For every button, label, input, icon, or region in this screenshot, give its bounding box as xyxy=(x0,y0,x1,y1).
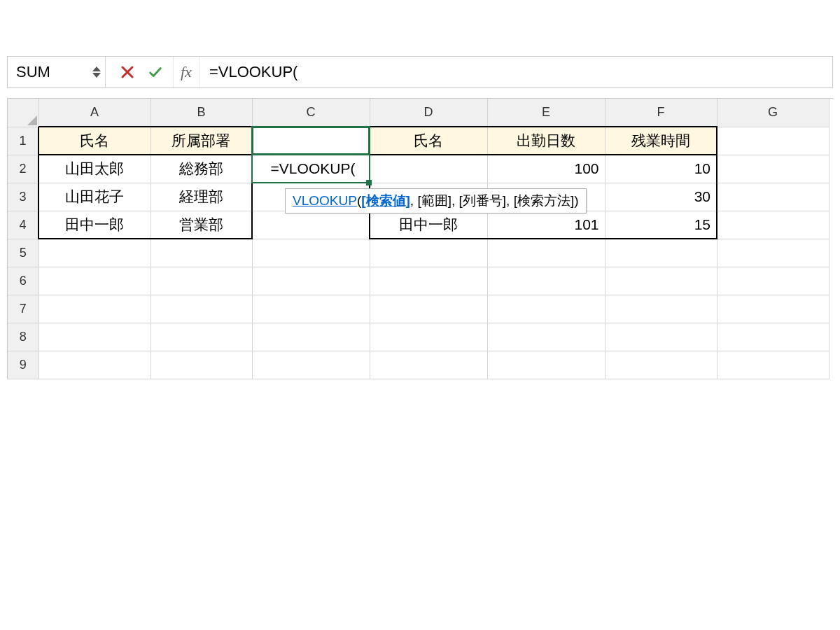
row-header-2[interactable]: 2 xyxy=(8,155,38,183)
row-header-3[interactable]: 3 xyxy=(8,183,38,211)
confirm-button[interactable] xyxy=(148,64,163,80)
tooltip-close: ) xyxy=(574,193,578,208)
name-box[interactable]: SUM xyxy=(8,57,106,88)
cell-G2[interactable] xyxy=(717,155,829,183)
cell-G3[interactable] xyxy=(717,183,829,211)
cell-G9[interactable] xyxy=(717,351,829,379)
cell-E7[interactable] xyxy=(487,295,605,323)
cell-C8[interactable] xyxy=(252,323,370,351)
cell-B9[interactable] xyxy=(150,351,252,379)
cell-D4[interactable]: 田中一郎 xyxy=(370,211,487,239)
cell-B7[interactable] xyxy=(150,295,252,323)
tooltip-arg-2[interactable]: [範囲] xyxy=(417,193,451,208)
cell-B3[interactable]: 経理部 xyxy=(150,183,252,211)
cell-C5[interactable] xyxy=(252,239,370,267)
col-header-F[interactable]: F xyxy=(605,99,717,127)
col-header-E[interactable]: E xyxy=(487,99,605,127)
row-header-6[interactable]: 6 xyxy=(8,267,38,295)
cell-B5[interactable] xyxy=(150,239,252,267)
cell-F4[interactable]: 15 xyxy=(605,211,717,239)
cell-A8[interactable] xyxy=(38,323,150,351)
cell-G7[interactable] xyxy=(717,295,829,323)
cell-B2[interactable]: 総務部 xyxy=(150,155,252,183)
cell-F9[interactable] xyxy=(605,351,717,379)
row-header-9[interactable]: 9 xyxy=(8,351,38,379)
cell-D9[interactable] xyxy=(370,351,487,379)
row-header-7[interactable]: 7 xyxy=(8,295,38,323)
cell-D7[interactable] xyxy=(370,295,487,323)
cell-D8[interactable] xyxy=(370,323,487,351)
cell-C1[interactable] xyxy=(252,127,370,155)
cell-B1[interactable]: 所属部署 xyxy=(150,127,252,155)
fill-handle[interactable] xyxy=(366,180,372,186)
cell-G8[interactable] xyxy=(717,323,829,351)
cell-A9[interactable] xyxy=(38,351,150,379)
cell-D6[interactable] xyxy=(370,267,487,295)
cancel-button[interactable] xyxy=(120,64,135,80)
tooltip-arg-4[interactable]: [検索方法] xyxy=(514,193,575,208)
name-box-value: SUM xyxy=(16,63,50,81)
cell-A6[interactable] xyxy=(38,267,150,295)
cell-G6[interactable] xyxy=(717,267,829,295)
cell-B6[interactable] xyxy=(150,267,252,295)
tooltip-arg-1[interactable]: [検索値] xyxy=(361,193,410,208)
tooltip-arg-3[interactable]: [列番号] xyxy=(459,193,507,208)
cell-E2[interactable]: 100 xyxy=(487,155,605,183)
cell-G4[interactable] xyxy=(717,211,829,239)
function-tooltip: VLOOKUP([検索値], [範囲], [列番号], [検索方法]) xyxy=(285,188,587,214)
cell-C2[interactable]: =VLOOKUP( xyxy=(252,155,370,183)
cell-F6[interactable] xyxy=(605,267,717,295)
formula-bar: SUM fx =VLOOKUP( xyxy=(7,56,833,88)
cell-G1[interactable] xyxy=(717,127,829,155)
cell-E6[interactable] xyxy=(487,267,605,295)
cell-F3[interactable]: 30 xyxy=(605,183,717,211)
cell-F5[interactable] xyxy=(605,239,717,267)
cell-D5[interactable] xyxy=(370,239,487,267)
check-icon xyxy=(148,64,163,80)
col-header-B[interactable]: B xyxy=(150,99,252,127)
cell-E4[interactable]: 101 xyxy=(487,211,605,239)
row-header-1[interactable]: 1 xyxy=(8,127,38,155)
editing-text: =VLOOKUP( xyxy=(271,160,356,176)
cell-C6[interactable] xyxy=(252,267,370,295)
col-header-A[interactable]: A xyxy=(38,99,150,127)
cell-E8[interactable] xyxy=(487,323,605,351)
col-header-C[interactable]: C xyxy=(252,99,370,127)
grid-table: A B C D E F G 1 氏名 所属部署 氏名 出勤日数 残業時間 xyxy=(8,99,830,379)
cell-F8[interactable] xyxy=(605,323,717,351)
x-icon xyxy=(120,65,134,79)
cell-B8[interactable] xyxy=(150,323,252,351)
col-header-D[interactable]: D xyxy=(370,99,487,127)
cell-E9[interactable] xyxy=(487,351,605,379)
row-header-5[interactable]: 5 xyxy=(8,239,38,267)
tooltip-fn-name[interactable]: VLOOKUP xyxy=(293,193,357,208)
chevron-down-icon xyxy=(92,73,101,78)
cell-G5[interactable] xyxy=(717,239,829,267)
cell-C7[interactable] xyxy=(252,295,370,323)
cell-F1[interactable]: 残業時間 xyxy=(605,127,717,155)
cell-A7[interactable] xyxy=(38,295,150,323)
cell-A3[interactable]: 山田花子 xyxy=(38,183,150,211)
row-header-4[interactable]: 4 xyxy=(8,211,38,239)
cell-C9[interactable] xyxy=(252,351,370,379)
cell-F2[interactable]: 10 xyxy=(605,155,717,183)
formula-input[interactable]: =VLOOKUP( xyxy=(200,57,832,88)
cell-E1[interactable]: 出勤日数 xyxy=(487,127,605,155)
select-all-corner[interactable] xyxy=(8,99,38,127)
cell-A5[interactable] xyxy=(38,239,150,267)
cell-A2[interactable]: 山田太郎 xyxy=(38,155,150,183)
cell-C4[interactable] xyxy=(252,211,370,239)
fx-button[interactable]: fx xyxy=(174,57,200,88)
chevron-up-icon xyxy=(92,66,101,71)
cell-A4[interactable]: 田中一郎 xyxy=(38,211,150,239)
spreadsheet-grid: A B C D E F G 1 氏名 所属部署 氏名 出勤日数 残業時間 xyxy=(7,98,833,379)
cell-D1[interactable]: 氏名 xyxy=(370,127,487,155)
name-box-spinner[interactable] xyxy=(92,66,101,78)
cell-B4[interactable]: 営業部 xyxy=(150,211,252,239)
cell-D2[interactable] xyxy=(370,155,487,183)
col-header-G[interactable]: G xyxy=(717,99,829,127)
cell-F7[interactable] xyxy=(605,295,717,323)
row-header-8[interactable]: 8 xyxy=(8,323,38,351)
cell-A1[interactable]: 氏名 xyxy=(38,127,150,155)
cell-E5[interactable] xyxy=(487,239,605,267)
